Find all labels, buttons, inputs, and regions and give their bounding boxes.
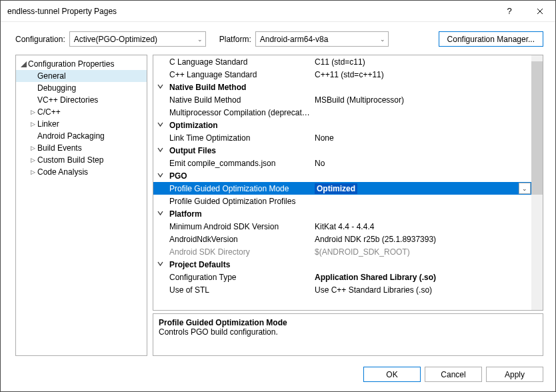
property-row[interactable]: Optimization <box>153 119 531 131</box>
property-row[interactable]: Profile Guided Optimization Profiles <box>153 195 531 207</box>
chevron-down-icon <box>157 83 163 89</box>
property-row[interactable]: AndroidNdkVersionAndroid NDK r25b (25.1.… <box>153 233 531 245</box>
chevron-down-icon <box>157 210 163 216</box>
property-row[interactable]: Multiprocessor Compilation (deprecated) <box>153 106 531 119</box>
property-pages-dialog: endless-tunnel Property Pages ? Configur… <box>0 0 556 392</box>
dropdown-arrow[interactable]: ⌄ <box>519 183 531 194</box>
apply-button[interactable]: Apply <box>486 367 543 382</box>
property-description: Profile Guided Optimization Mode Control… <box>153 313 543 356</box>
property-right-pane: C Language StandardC11 (std=c11)C++ Lang… <box>153 55 543 356</box>
chevron-down-icon: ⌄ <box>380 36 385 43</box>
property-row[interactable]: Android SDK Directory$(ANDROID_SDK_ROOT) <box>153 245 531 258</box>
property-row[interactable]: Use of STLUse C++ Standard Libraries (.s… <box>153 283 531 296</box>
description-title: Profile Guided Optimization Mode <box>159 318 537 327</box>
configuration-value: Active(PGO-Optimized) <box>74 35 197 44</box>
tree-item-vc-directories[interactable]: VC++ Directories <box>16 94 147 106</box>
expand-open-icon <box>19 59 28 69</box>
property-row[interactable]: PGO <box>153 169 531 182</box>
titlebar: endless-tunnel Property Pages ? <box>1 1 555 22</box>
configuration-combo[interactable]: Active(PGO-Optimized) ⌄ <box>69 31 206 47</box>
property-row[interactable]: C++ Language StandardC++11 (std=c++11) <box>153 68 531 81</box>
expand-icon: ▷ <box>28 121 37 127</box>
property-row[interactable]: Output Files <box>153 144 531 157</box>
property-row[interactable]: Link Time OptimizationNone <box>153 131 531 144</box>
platform-value: Android-arm64-v8a <box>260 35 380 44</box>
cancel-button[interactable]: Cancel <box>425 367 482 382</box>
close-icon <box>537 8 543 15</box>
property-row[interactable]: Native Build Method <box>153 81 531 93</box>
scroll-thumb[interactable] <box>531 61 543 195</box>
close-button[interactable] <box>525 1 555 21</box>
property-row[interactable]: Project Defaults <box>153 258 531 271</box>
vertical-scrollbar[interactable] <box>531 55 543 310</box>
tree-root[interactable]: Configuration Properties <box>16 58 147 70</box>
description-text: Controls PGO build configuration. <box>159 327 537 337</box>
property-row[interactable]: Platform <box>153 207 531 220</box>
chevron-down-icon: ⌄ <box>197 36 203 43</box>
property-row[interactable]: C Language StandardC11 (std=c11) <box>153 55 531 68</box>
tree-item-android-packaging[interactable]: Android Packaging <box>16 130 147 142</box>
tree-item-custom-build-step[interactable]: ▷Custom Build Step <box>16 154 147 166</box>
help-button[interactable]: ? <box>494 1 525 21</box>
property-row[interactable]: Profile Guided Optimization ModeOptimize… <box>153 182 531 195</box>
ok-button[interactable]: OK <box>363 367 421 382</box>
window-title: endless-tunnel Property Pages <box>7 7 494 16</box>
dialog-footer: OK Cancel Apply <box>1 361 555 391</box>
configuration-label: Configuration: <box>15 35 65 44</box>
expand-icon: ▷ <box>28 109 37 115</box>
tree-item-code-analysis[interactable]: ▷Code Analysis <box>16 166 147 178</box>
platform-combo[interactable]: Android-arm64-v8a ⌄ <box>255 31 389 47</box>
config-toolbar: Configuration: Active(PGO-Optimized) ⌄ P… <box>1 22 555 55</box>
chevron-down-icon <box>157 261 163 267</box>
expand-icon: ▷ <box>28 145 37 151</box>
platform-label: Platform: <box>219 35 251 44</box>
dialog-body: Configuration Properties GeneralDebuggin… <box>1 55 555 361</box>
expand-icon: ▷ <box>28 157 37 163</box>
tree-item-general[interactable]: General <box>16 70 147 82</box>
expand-icon: ▷ <box>28 169 37 175</box>
property-row[interactable]: Configuration TypeApplication Shared Lib… <box>153 271 531 283</box>
property-tree[interactable]: Configuration Properties GeneralDebuggin… <box>15 55 147 356</box>
chevron-down-icon <box>157 172 163 178</box>
configuration-manager-button[interactable]: Configuration Manager... <box>439 31 543 47</box>
tree-item-linker[interactable]: ▷Linker <box>16 118 147 130</box>
property-row[interactable]: Minimum Android SDK VersionKitKat 4.4 - … <box>153 220 531 233</box>
tree-item-build-events[interactable]: ▷Build Events <box>16 142 147 154</box>
tree-item-debugging[interactable]: Debugging <box>16 82 147 94</box>
property-row[interactable]: Native Build MethodMSBuild (Multiprocess… <box>153 93 531 106</box>
property-row[interactable]: Emit compile_commands.jsonNo <box>153 157 531 169</box>
tree-item-c-c-[interactable]: ▷C/C++ <box>16 106 147 118</box>
property-grid[interactable]: C Language StandardC11 (std=c11)C++ Lang… <box>153 55 543 311</box>
chevron-down-icon <box>157 121 163 127</box>
chevron-down-icon <box>157 147 163 153</box>
